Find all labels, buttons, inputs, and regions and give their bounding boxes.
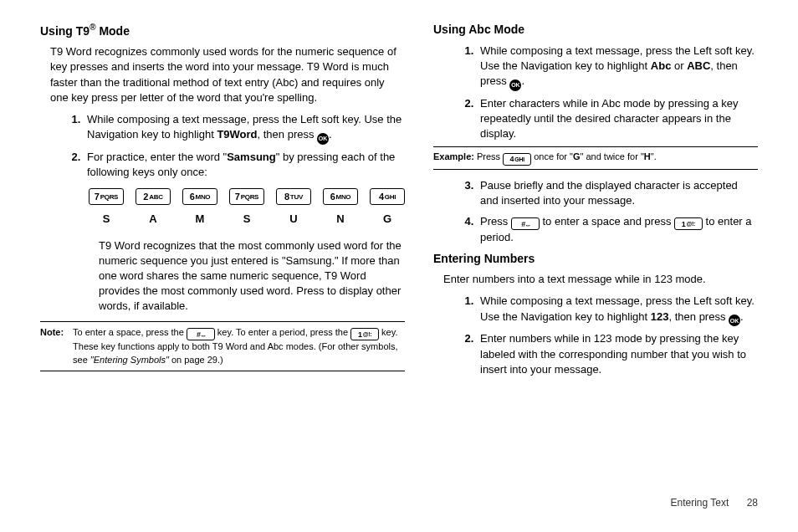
phone-key-icon: 7PQRS [89, 188, 124, 205]
bold-term: Samsung [227, 151, 276, 163]
list-item: Enter numbers while in 123 mode by press… [477, 331, 758, 377]
letter-label: S [229, 212, 264, 227]
abc-steps-list: While composing a text message, press th… [477, 43, 758, 142]
example-label: Example: [433, 151, 474, 161]
letter-label: A [136, 212, 171, 227]
ok-icon: OK [729, 315, 740, 326]
hash-key-icon: #⎵ [187, 328, 215, 340]
letter-row: SAMSUNG [89, 212, 405, 227]
phone-key-icon: 7PQRS [229, 188, 264, 205]
left-column: Using T9® Mode T9 Word recognizes common… [40, 20, 405, 489]
list-item: For practice, enter the word "Samsung" b… [84, 150, 405, 180]
heading-abc-mode: Using Abc Mode [433, 22, 758, 38]
one-key-icon: 1@!: [350, 328, 379, 340]
phone-key-icon: 2ABC [136, 188, 171, 205]
right-column: Using Abc Mode While composing a text me… [433, 20, 758, 489]
letter-label: N [323, 212, 358, 227]
heading-entering-numbers: Entering Numbers [433, 251, 758, 268]
list-item: Enter characters while in Abc mode by pr… [477, 96, 758, 142]
ok-icon: OK [509, 79, 521, 91]
numbers-steps-list: While composing a text message, press th… [477, 294, 758, 377]
phone-key-icon: 6MNO [323, 188, 358, 205]
list-item: Press #⎵ to enter a space and press 1@!:… [477, 214, 758, 246]
note-box: Note: To enter a space, press the #⎵ key… [40, 321, 405, 372]
registered-icon: ® [90, 23, 95, 32]
one-key-icon: 1@!: [674, 217, 703, 230]
page-footer: Entering Text 28 [0, 497, 798, 509]
ok-icon: OK [317, 133, 329, 145]
note-label: Note: [40, 326, 70, 339]
t9-explain-paragraph: T9 Word recognizes that the most commonl… [99, 238, 405, 315]
key-sequence-grid: 7PQRS2ABC6MNO7PQRS8TUV6MNO4GHI SAMSUNG [89, 188, 405, 227]
phone-key-icon: 8TUV [276, 188, 311, 205]
list-item: While composing a text message, press th… [84, 112, 405, 145]
list-item: While composing a text message, press th… [477, 43, 758, 91]
heading-text: Mode [96, 24, 130, 38]
page-body: Using T9® Mode T9 Word recognizes common… [0, 0, 798, 497]
phone-key-icon: 6MNO [182, 188, 217, 205]
letter-label: S [89, 212, 124, 227]
example-box: Example: Press 4GHI once for "G" and twi… [433, 146, 758, 170]
abc-steps-list-cont: Pause briefly and the displayed characte… [477, 178, 758, 245]
key-row: 7PQRS2ABC6MNO7PQRS8TUV6MNO4GHI [89, 188, 405, 205]
t9-steps-list: While composing a text message, press th… [84, 112, 405, 180]
bold-term: T9Word [217, 128, 257, 141]
heading-text: Using T9 [40, 24, 90, 38]
list-item: Pause briefly and the displayed characte… [477, 178, 758, 208]
bold-term: Abc [651, 59, 672, 72]
bold-term: ABC [687, 59, 710, 72]
italic-ref: "Entering Symbols" [90, 355, 169, 365]
footer-page-number: 28 [747, 497, 758, 509]
numbers-intro-paragraph: Enter numbers into a text message while … [443, 272, 758, 287]
hash-key-icon: #⎵ [511, 217, 540, 230]
bold-term: 123 [651, 310, 669, 323]
heading-t9-mode: Using T9® Mode [40, 22, 405, 39]
note-content: To enter a space, press the #⎵ key. To e… [73, 326, 402, 367]
letter-label: M [182, 212, 217, 227]
footer-section: Entering Text [670, 497, 729, 509]
phone-key-icon: 4GHI [370, 188, 405, 205]
letter-label: U [276, 212, 311, 227]
four-key-icon: 4GHI [503, 153, 531, 166]
t9-intro-paragraph: T9 Word recognizes commonly used words f… [50, 44, 405, 105]
letter-label: G [370, 212, 405, 227]
list-item: While composing a text message, press th… [477, 294, 758, 326]
